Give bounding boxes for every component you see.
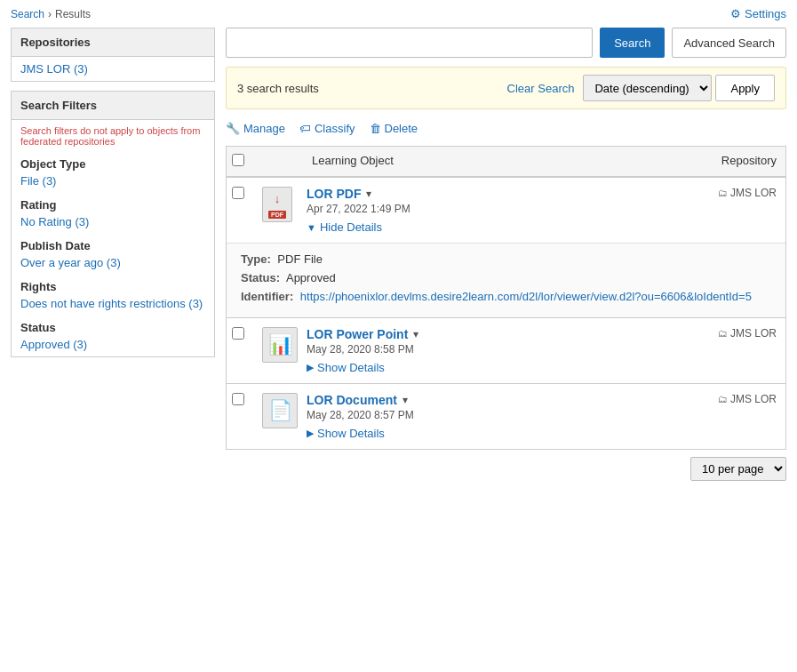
result-checkbox-2[interactable] (232, 327, 244, 340)
search-input[interactable] (226, 28, 593, 58)
sort-select-wrap: Date (descending) Date (ascending) Title… (583, 75, 775, 101)
classify-button[interactable]: 🏷 Classify (299, 122, 355, 135)
result-dropdown-arrow-3[interactable]: ▾ (402, 394, 408, 406)
details-status-value: Approved (286, 271, 336, 284)
search-bar-row: Search Advanced Search (226, 28, 786, 58)
header-icon-cell (259, 147, 307, 176)
filter-category-publish-date: Publish Date (12, 234, 214, 254)
lor-repo-icon-2: 🗂 (718, 328, 728, 339)
lor-repo-label-1: JMS LOR (730, 187, 777, 199)
header-repository: Repository (713, 147, 785, 176)
filter-note: Search filters do not apply to objects f… (12, 120, 214, 152)
details-identifier-row: Identifier: https://phoenixlor.devlms.de… (241, 290, 771, 303)
show-details-toggle-3[interactable]: ▶ Show Details (307, 427, 707, 440)
show-details-label-2: Show Details (317, 361, 385, 374)
pdf-label: PDF (268, 211, 286, 219)
details-status-label: Status: (241, 271, 280, 284)
details-type-value: PDF File (277, 252, 323, 266)
action-toolbar: 🔧 Manage 🏷 Classify 🗑 Delete (226, 118, 786, 139)
hide-details-label-1: Hide Details (320, 220, 382, 234)
manage-label: Manage (243, 122, 285, 135)
per-page-select[interactable]: 10 per page 25 per page 50 per page (690, 457, 786, 481)
result-checkbox-cell-1[interactable] (227, 178, 259, 211)
filter-value-no-rating[interactable]: No Rating (3) (12, 213, 214, 234)
show-details-toggle-2[interactable]: ▶ Show Details (307, 361, 707, 374)
filter-value-approved[interactable]: Approved (3) (12, 336, 214, 356)
repositories-title: Repositories (12, 28, 214, 57)
settings-icon: ⚙ (730, 7, 741, 20)
result-date-2: May 28, 2020 8:58 PM (307, 343, 707, 356)
filter-category-status: Status (12, 316, 214, 336)
ppt-icon: 📊 (262, 327, 298, 363)
details-identifier-link[interactable]: https://phoenixlor.devlms.desire2learn.c… (300, 290, 752, 303)
advanced-search-button[interactable]: Advanced Search (672, 28, 786, 58)
breadcrumb-results: Results (55, 8, 91, 20)
classify-label: Classify (315, 122, 355, 135)
result-checkbox-cell-3[interactable] (227, 384, 259, 417)
lor-repo-icon-3: 🗂 (718, 394, 728, 404)
result-checkbox-3[interactable] (232, 393, 244, 405)
clear-search-link[interactable]: Clear Search (507, 82, 575, 95)
doc-icon: 📄 (262, 393, 298, 428)
search-button[interactable]: Search (600, 28, 665, 58)
filter-value-over-year[interactable]: Over a year ago (3) (12, 254, 214, 275)
result-checkbox-1[interactable] (232, 187, 244, 199)
details-status-row: Status: Approved (241, 271, 771, 284)
result-title-2[interactable]: LOR Power Point (307, 327, 408, 341)
main-layout: Repositories JMS LOR (3) Search Filters … (0, 28, 797, 499)
jms-lor-tag-3: 🗂 JMS LOR (718, 393, 777, 405)
results-info-row: 3 search results Clear Search Date (desc… (226, 67, 786, 109)
result-title-row-1: LOR PDF ▾ (307, 187, 707, 201)
result-title-row-2: LOR Power Point ▾ (307, 327, 707, 341)
result-icon-cell-1: ↓ PDF (259, 178, 307, 231)
result-title-1[interactable]: LOR PDF (307, 187, 361, 201)
sort-select[interactable]: Date (descending) Date (ascending) Title… (583, 75, 712, 101)
details-type-row: Type: PDF File (241, 252, 771, 266)
settings-label: Settings (745, 7, 786, 20)
filters-title: Search Filters (12, 92, 214, 120)
repo-link[interactable]: JMS LOR (3) (20, 62, 88, 76)
settings-link[interactable]: ⚙ Settings (720, 0, 797, 28)
breadcrumb-search-link[interactable]: Search (11, 8, 44, 20)
per-page-row: 10 per page 25 per page 50 per page (226, 450, 786, 488)
filter-category-rating: Rating (12, 193, 214, 213)
jms-lor-tag-2: 🗂 JMS LOR (718, 327, 777, 340)
result-main-row-2: 📊 LOR Power Point ▾ May 28, 2020 8:58 PM… (227, 318, 785, 383)
result-repo-3: 🗂 JMS LOR (713, 384, 785, 414)
header-checkbox-cell (227, 147, 259, 176)
result-dropdown-arrow-2[interactable]: ▾ (413, 328, 418, 340)
jms-lor-tag-1: 🗂 JMS LOR (718, 187, 777, 199)
result-icon-cell-3: 📄 (259, 384, 307, 437)
filter-value-no-rights[interactable]: Does not have rights restrictions (3) (12, 295, 214, 316)
sidebar-repo-item[interactable]: JMS LOR (3) (12, 57, 214, 81)
repositories-section: Repositories JMS LOR (3) (11, 28, 215, 82)
result-checkbox-cell-2[interactable] (227, 318, 259, 351)
result-title-3[interactable]: LOR Document (307, 393, 397, 407)
header-learning-object: Learning Object (307, 147, 713, 176)
main-content: Search Advanced Search 3 search results … (226, 28, 786, 488)
breadcrumb-separator: › (48, 8, 52, 20)
show-toggle-arrow-3: ▶ (307, 428, 314, 439)
select-all-checkbox[interactable] (232, 154, 244, 166)
result-content-1: LOR PDF ▾ Apr 27, 2022 1:49 PM ▼ Hide De… (307, 178, 713, 243)
classify-icon: 🏷 (299, 122, 311, 135)
result-date-3: May 28, 2020 8:57 PM (307, 409, 707, 421)
result-repo-1: 🗂 JMS LOR (713, 178, 785, 208)
result-repo-2: 🗂 JMS LOR (713, 318, 785, 348)
result-dropdown-arrow-1[interactable]: ▾ (366, 188, 371, 200)
breadcrumb: Search › Results (0, 1, 101, 28)
apply-button[interactable]: Apply (715, 75, 775, 101)
delete-label: Delete (385, 122, 418, 135)
result-main-row-1: ↓ PDF LOR PDF ▾ Apr 27, 2022 1:49 PM ▼ H… (227, 178, 785, 243)
hide-details-toggle-1[interactable]: ▼ Hide Details (307, 220, 707, 234)
delete-button[interactable]: 🗑 Delete (370, 122, 418, 135)
hide-toggle-arrow-1: ▼ (307, 222, 316, 233)
manage-button[interactable]: 🔧 Manage (226, 122, 285, 135)
sidebar: Repositories JMS LOR (3) Search Filters … (11, 28, 215, 488)
top-bar: Search › Results ⚙ Settings (0, 0, 797, 28)
results-count: 3 search results (237, 82, 498, 95)
table-row: 📊 LOR Power Point ▾ May 28, 2020 8:58 PM… (226, 318, 786, 384)
filter-value-file[interactable]: File (3) (12, 172, 214, 193)
lor-repo-label-3: JMS LOR (730, 393, 777, 405)
result-title-row-3: LOR Document ▾ (307, 393, 707, 407)
